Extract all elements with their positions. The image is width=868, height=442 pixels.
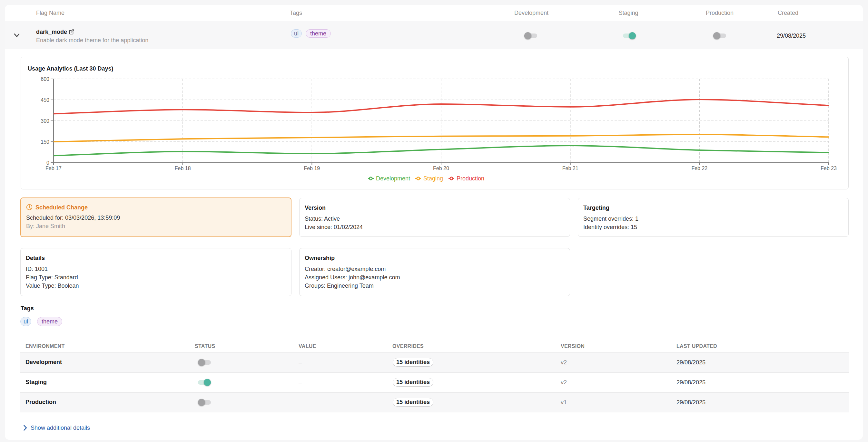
svg-text:Feb 22: Feb 22 (691, 166, 707, 171)
svg-text:Feb 19: Feb 19 (304, 166, 320, 171)
svg-text:Feb 21: Feb 21 (562, 166, 579, 171)
svg-text:Staging: Staging (423, 175, 443, 182)
svg-text:150: 150 (41, 139, 49, 145)
svg-text:Feb 18: Feb 18 (175, 166, 191, 171)
svg-text:600: 600 (41, 76, 49, 82)
svg-text:Development: Development (376, 175, 410, 182)
svg-text:0: 0 (46, 160, 49, 166)
svg-text:300: 300 (41, 118, 49, 124)
svg-text:Production: Production (457, 175, 484, 182)
svg-text:Feb 23: Feb 23 (820, 166, 837, 171)
svg-text:Feb 17: Feb 17 (45, 166, 62, 171)
svg-text:Feb 20: Feb 20 (433, 166, 449, 171)
svg-text:450: 450 (41, 97, 49, 103)
